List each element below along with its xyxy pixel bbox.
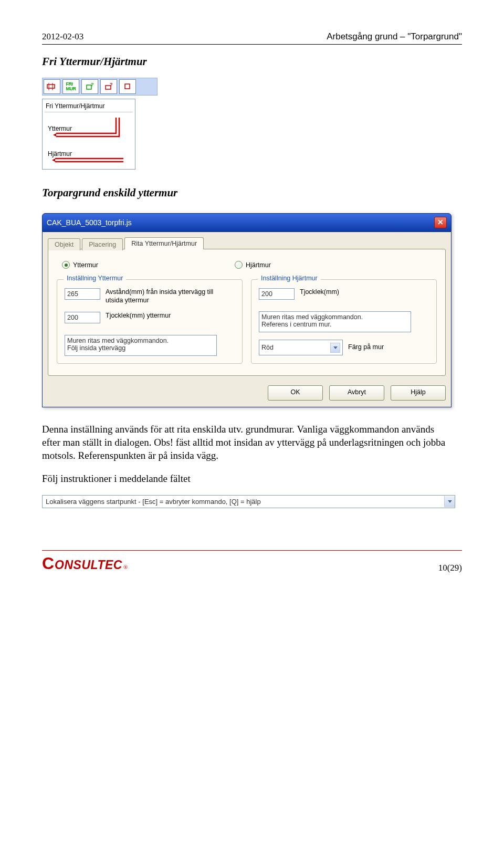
- logo-letter: C: [42, 554, 54, 573]
- radio-label: Yttermur: [73, 261, 98, 269]
- dropdown-title: Fri Yttermur/Hjärtmur: [45, 101, 133, 112]
- group-legend: Inställning Yttermur: [64, 275, 126, 282]
- tab-placering[interactable]: Placering: [82, 238, 123, 250]
- toolbar: FRI MUR ? ?: [42, 78, 158, 96]
- field-label: Tjocklek(mm) yttermur: [106, 312, 171, 320]
- toolbar-btn-4[interactable]: ?: [100, 79, 117, 94]
- chevron-down-icon[interactable]: [444, 496, 455, 507]
- info-note-yttermur: Muren ritas med väggkommandon. Följ insi…: [65, 335, 217, 356]
- footer: C ONSULTEC ® 10(29): [42, 550, 462, 573]
- field-label: Färg på mur: [348, 343, 384, 352]
- input-avstand[interactable]: 265: [65, 288, 100, 300]
- toolbar-btn-5[interactable]: [119, 79, 136, 94]
- svg-rect-0: [47, 85, 55, 88]
- dialog-window: CAK_BUA_5003_torpfri.js ✕ Objekt Placeri…: [42, 213, 452, 407]
- group-yttermur: Inställning Yttermur 265 Avstånd(mm) frå…: [57, 279, 243, 364]
- section-title-2: Torpargrund enskild yttermur: [42, 186, 462, 199]
- svg-text:?: ?: [110, 82, 113, 87]
- doc-title: Arbetsgång grund – "Torpargrund": [327, 31, 462, 42]
- close-icon[interactable]: ✕: [434, 217, 447, 228]
- field-label: Tjocklek(mm): [300, 288, 339, 297]
- tab-strip: Objekt Placering Rita Yttermur/Hjärtmur: [48, 237, 446, 249]
- dropdown-item-yttermur[interactable]: Yttermur: [46, 114, 132, 141]
- dialog-titlebar: CAK_BUA_5003_torpfri.js ✕: [42, 213, 452, 232]
- body-paragraph-2: Följ instruktioner i meddelande fältet: [42, 472, 446, 486]
- radio-label: Hjärtmur: [246, 261, 271, 269]
- section-title-1: Fri Yttermur/Hjärtmur: [42, 55, 462, 68]
- radio-hjartmur[interactable]: Hjärtmur: [235, 261, 271, 269]
- info-note-hjartmur: Muren ritas med väggkommandon. Referens …: [259, 311, 411, 332]
- toolbar-dropdown: Fri Yttermur/Hjärtmur Yttermur Hjärtmur: [42, 99, 135, 170]
- input-tjocklek-hjartmur[interactable]: 200: [259, 288, 295, 300]
- tab-objekt[interactable]: Objekt: [48, 238, 80, 250]
- logo-rest: ONSULTEC: [55, 558, 122, 572]
- chevron-down-icon: [330, 343, 340, 353]
- combo-value: Röd: [261, 344, 274, 351]
- group-legend: Inställning Hjärtmur: [258, 275, 321, 282]
- svg-text:?: ?: [91, 82, 94, 87]
- status-bar: Lokalisera väggens startpunkt - [Esc] = …: [42, 495, 455, 508]
- radio-icon: [235, 261, 243, 269]
- toolbar-btn-frimur[interactable]: FRI MUR: [62, 79, 79, 94]
- registered-icon: ®: [123, 564, 128, 570]
- dialog-title: CAK_BUA_5003_torpfri.js: [47, 218, 132, 227]
- header-date: 2012-02-03: [42, 31, 83, 42]
- svg-rect-7: [125, 84, 130, 89]
- toolbar-screenshot: FRI MUR ? ? Fri Yttermur/Hjärtmur Ytterm…: [42, 78, 158, 170]
- dropdown-item-hjartmur[interactable]: Hjärtmur: [46, 143, 132, 165]
- ok-button[interactable]: OK: [268, 385, 323, 401]
- tab-pane: Yttermur Hjärtmur Inställning Yttermur 2…: [48, 249, 446, 376]
- toolbar-btn-1[interactable]: [44, 79, 60, 94]
- group-hjartmur: Inställning Hjärtmur 200 Tjocklek(mm) Mu…: [251, 279, 437, 364]
- input-tjocklek-yttermur[interactable]: 200: [65, 312, 100, 323]
- header-rule: [42, 44, 462, 45]
- body-paragraph: Denna inställning används för att rita e…: [42, 423, 446, 462]
- cancel-button[interactable]: Avbryt: [329, 385, 384, 401]
- tab-rita[interactable]: Rita Yttermur/Hjärtmur: [124, 237, 204, 249]
- toolbar-btn-3[interactable]: ?: [81, 79, 98, 94]
- radio-icon: [62, 261, 70, 269]
- page-number: 10(29): [438, 563, 462, 573]
- consultec-logo: C ONSULTEC ®: [42, 554, 128, 573]
- radio-yttermur[interactable]: Yttermur: [62, 261, 98, 269]
- field-label: Avstånd(mm) från insida yttervägg till u…: [106, 288, 216, 304]
- footer-rule: [42, 550, 462, 551]
- combo-color[interactable]: Röd: [259, 340, 343, 355]
- help-button[interactable]: Hjälp: [391, 385, 446, 401]
- status-text: Lokalisera väggens startpunkt - [Esc] = …: [43, 496, 444, 508]
